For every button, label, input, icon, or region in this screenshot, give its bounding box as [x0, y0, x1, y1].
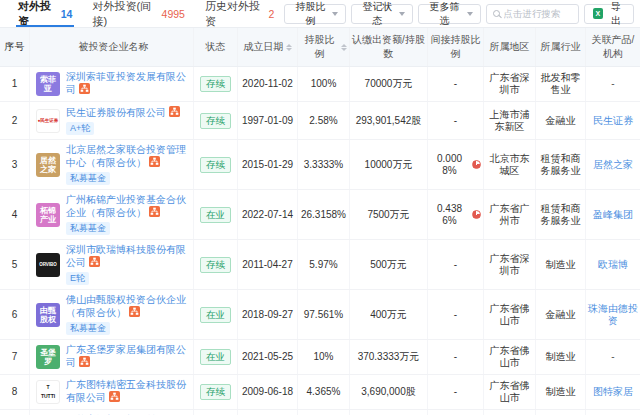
established-date: 1997-01-09 — [238, 102, 298, 139]
org-chart-icon[interactable] — [129, 306, 140, 320]
col-ratio-label: 持股比例 — [300, 33, 339, 61]
established-date: 2009-06-18 — [238, 375, 298, 409]
shareholding-ratio: 10% — [298, 340, 350, 374]
industry: 制造业 — [536, 410, 586, 415]
row-index: 4 — [0, 190, 30, 239]
org-chart-icon[interactable] — [149, 156, 160, 170]
tab-count: 2 — [268, 8, 274, 20]
shareholding-ratio: 3.3333% — [298, 140, 350, 189]
established-date: 2010-08-20 — [238, 410, 298, 415]
indirect-ratio-cell: 0.0008% — [428, 140, 484, 189]
equity-penetration-icon[interactable] — [472, 210, 481, 219]
related-product-link[interactable]: 图特家居 — [593, 386, 633, 398]
tag-row: 私募基金 — [66, 322, 191, 335]
row-index: 9 — [0, 410, 30, 415]
filter-more[interactable]: 更多筛选 — [418, 4, 480, 24]
table-row: 6 由甄 股权 佛山由甄股权投资合伙企业（有限合伙） 私募基金 在业 2018-… — [0, 290, 640, 340]
tab-count: 4995 — [162, 8, 185, 20]
search-input[interactable] — [504, 8, 572, 19]
related-product-link[interactable]: 民生证券 — [593, 115, 633, 127]
related-product-cell: 民生证券 — [586, 102, 640, 139]
tab-history-investment[interactable]: 历史对外投资 2 — [195, 0, 284, 27]
shareholding-ratio: 100% — [298, 67, 350, 101]
funding-tag[interactable]: A+轮 — [66, 122, 94, 135]
related-product-cell: 欧瑞博 — [586, 240, 640, 289]
company-logo: 由甄 股权 — [36, 303, 60, 327]
org-chart-icon[interactable] — [89, 256, 100, 270]
region: 广东省佛山市 — [484, 340, 536, 374]
indirect-ratio: - — [454, 309, 457, 321]
indirect-ratio-cell: 0.4386% — [428, 190, 484, 239]
company-name-link[interactable]: 广东图特精密五金科技股份有限公司 — [66, 379, 186, 403]
equity-penetration-icon[interactable] — [472, 160, 481, 169]
funding-tag[interactable]: 私募基金 — [66, 322, 110, 335]
company-name-link[interactable]: 深圳市欧瑞博科技股份有限公司 — [66, 244, 186, 268]
company-name-link[interactable]: 北京居然之家联合投资管理中心（有限合伙） — [66, 144, 186, 168]
tag-row: 私募基金 — [66, 172, 191, 185]
export-button[interactable]: X 导出 — [584, 4, 634, 24]
region: 北京市东城区 — [484, 140, 536, 189]
region: 广东省佛山市 — [484, 375, 536, 409]
tab-indirect-investment[interactable]: 对外投资(间接) 4995 — [82, 0, 194, 27]
subscribed-amount: 370.3333万元 — [350, 340, 428, 374]
status-badge: 在业 — [200, 207, 231, 223]
subscribed-amount: 7500万元 — [350, 190, 428, 239]
established-date: 2021-05-25 — [238, 340, 298, 374]
status-badge: 存续 — [200, 384, 231, 400]
filter-registration-status[interactable]: 登记状态 — [351, 4, 413, 24]
investment-panel: 对外投资 14 对外投资(间接) 4995 历史对外投资 2 持股比例 登记状态 — [0, 0, 640, 415]
funding-tag[interactable]: E轮 — [66, 272, 89, 285]
company-logo: 圣堡 罗 — [36, 345, 60, 369]
chevron-down-icon — [332, 12, 338, 16]
tag-row: E轮 — [66, 272, 191, 285]
related-product: - — [611, 78, 614, 90]
search-box[interactable] — [486, 4, 579, 24]
funding-tag[interactable]: 私募基金 — [66, 172, 110, 185]
org-chart-icon[interactable] — [109, 391, 120, 405]
col-ratio[interactable]: 持股比例 — [298, 28, 350, 66]
company-name-link[interactable]: 佛山由甄股权投资合伙企业（有限合伙） — [66, 294, 186, 318]
shareholding-ratio: 97.561% — [298, 290, 350, 339]
indirect-ratio: - — [454, 78, 457, 90]
status-badge: 存续 — [200, 76, 231, 92]
filter-label: 更多筛选 — [426, 0, 462, 28]
tab-bar: 对外投资 14 对外投资(间接) 4995 历史对外投资 2 — [8, 0, 284, 27]
filter-shareholding-ratio[interactable]: 持股比例 — [284, 4, 346, 24]
related-product-link[interactable]: 欧瑞博 — [598, 259, 628, 271]
indirect-ratio-cell: - — [428, 102, 484, 139]
related-product-cell: 盈峰集团 — [586, 190, 640, 239]
chevron-down-icon — [467, 12, 473, 16]
tab-label: 对外投资(间接) — [92, 0, 158, 29]
col-amount: 认缴出资额/持股数 — [350, 28, 428, 66]
excel-icon: X — [593, 8, 603, 19]
company-logo: ●民生证券 — [36, 109, 60, 133]
org-chart-icon[interactable] — [79, 83, 90, 97]
org-chart-icon[interactable] — [149, 206, 160, 220]
established-date: 2015-01-29 — [238, 140, 298, 189]
tab-count: 14 — [61, 8, 73, 20]
col-date-label: 成立日期 — [244, 40, 284, 54]
col-date[interactable]: 成立日期 — [238, 28, 298, 66]
related-product-link[interactable]: 居然之家 — [593, 159, 633, 171]
tab-label: 对外投资 — [18, 0, 58, 29]
company-name-link[interactable]: 广州柘锦产业投资基金合伙企业（有限合伙） — [66, 194, 186, 218]
org-chart-icon[interactable] — [79, 356, 90, 370]
company-name-link[interactable]: 民生证券股份有限公司 — [66, 107, 166, 118]
established-date: 2011-04-27 — [238, 240, 298, 289]
shareholding-ratio: 26.3158% — [298, 190, 350, 239]
related-product-cell: - — [586, 67, 640, 101]
sort-icon[interactable] — [341, 44, 347, 51]
subscribed-amount: 1,596,800股 — [350, 410, 428, 415]
org-chart-icon[interactable] — [169, 106, 180, 120]
related-product-link[interactable]: 珠海由德投资 — [588, 303, 638, 327]
indirect-ratio: 0.4386% — [430, 203, 469, 227]
tab-outbound-investment[interactable]: 对外投资 14 — [8, 0, 82, 27]
sort-icon[interactable] — [286, 44, 292, 51]
tag-row: A+轮 — [66, 122, 180, 135]
region: 江苏省宿迁市 — [484, 410, 536, 415]
industry: 金融业 — [536, 290, 586, 339]
funding-tag[interactable]: 私募基金 — [66, 222, 110, 235]
col-index: 序号 — [0, 28, 30, 66]
status-badge: 存续 — [200, 257, 231, 273]
related-product-link[interactable]: 盈峰集团 — [593, 209, 633, 221]
